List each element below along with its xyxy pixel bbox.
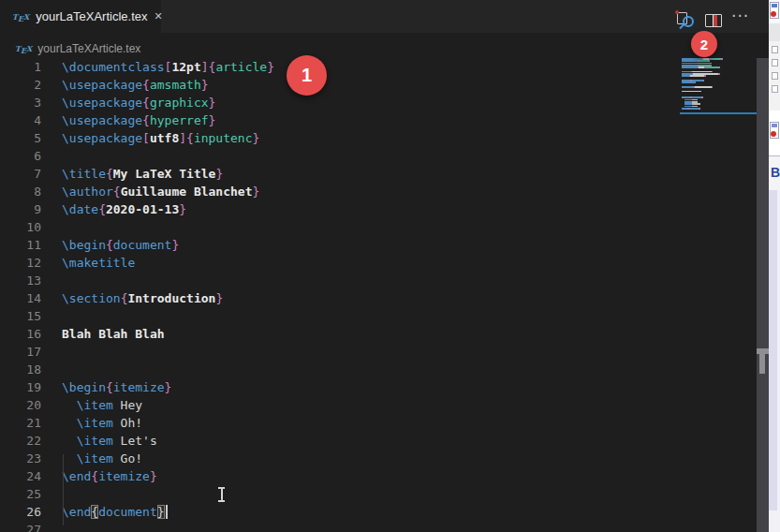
line-number[interactable]: 26 <box>0 503 41 521</box>
token-env: itemize <box>98 469 150 483</box>
minimap-line <box>682 86 713 88</box>
line-number[interactable]: 4 <box>0 111 41 129</box>
code-line-17[interactable]: 17 <box>0 343 680 361</box>
line-number[interactable]: 23 <box>0 450 41 467</box>
token-brace: } <box>253 185 260 199</box>
token-cmd: \title <box>62 167 106 181</box>
line-number[interactable]: 1 <box>0 58 41 76</box>
line-number[interactable]: 7 <box>0 165 41 183</box>
tool-stub-icon <box>772 72 778 80</box>
code-line-26[interactable]: 26\end{document} <box>0 503 680 521</box>
code-editor[interactable]: 1\documentclass[12pt]{article}2\usepacka… <box>0 58 680 532</box>
close-tab-icon[interactable]: ✕ <box>155 11 163 22</box>
line-number[interactable]: 27 <box>0 521 41 532</box>
token-cmd: \end <box>62 505 91 519</box>
code-line-23[interactable]: 23 \item Go! <box>0 450 680 467</box>
tex-file-icon: TEX <box>12 13 29 21</box>
code-line-24[interactable]: 24\end{itemize} <box>0 467 680 485</box>
line-number[interactable]: 18 <box>0 361 41 378</box>
line-number[interactable]: 21 <box>0 414 41 432</box>
code-line-21[interactable]: 21 \item Oh! <box>0 414 680 432</box>
line-number[interactable]: 17 <box>0 343 41 361</box>
code-line-27[interactable]: 27 <box>0 521 680 532</box>
code-line-14[interactable]: 14\section{Introduction} <box>0 289 680 307</box>
token-brace: } <box>253 131 260 145</box>
line-number[interactable]: 8 <box>0 183 41 200</box>
token-ws <box>62 434 77 448</box>
line-number[interactable]: 22 <box>0 432 41 450</box>
token-cmd: \item <box>77 398 113 412</box>
code-line-19[interactable]: 19\begin{itemize} <box>0 378 680 396</box>
code-text: Blah Blah Blah <box>62 325 165 343</box>
line-number[interactable]: 15 <box>0 307 41 325</box>
background-window-sliver[interactable]: B <box>769 0 780 532</box>
token-brace: { <box>106 167 113 181</box>
token-brace: } <box>209 113 216 127</box>
code-line-12[interactable]: 12\maketitle <box>0 254 680 272</box>
token-ws <box>62 451 77 466</box>
line-number[interactable]: 11 <box>0 236 41 254</box>
line-number[interactable]: 13 <box>0 272 41 289</box>
code-line-11[interactable]: 11\begin{document} <box>0 236 680 254</box>
token-brace: } <box>215 291 223 305</box>
token-txt: Let's <box>113 434 157 448</box>
token-cmd: \item <box>77 451 113 466</box>
code-line-3[interactable]: 3\usepackage{graphicx} <box>0 94 680 111</box>
line-number[interactable]: 9 <box>0 200 41 218</box>
tab-label: yourLaTeXArticle.tex <box>36 9 147 23</box>
tab-yourlatexarticle[interactable]: TEX yourLaTeXArticle.tex ✕ <box>0 0 161 33</box>
code-line-18[interactable]: 18 <box>0 361 680 378</box>
token-bold: 12pt <box>171 60 200 74</box>
line-number[interactable]: 16 <box>0 325 41 343</box>
code-line-13[interactable]: 13 <box>0 272 680 289</box>
token-brace: { <box>91 469 98 483</box>
code-line-9[interactable]: 9\date{2020-01-13} <box>0 200 680 218</box>
token-ws <box>62 398 77 412</box>
minimap-line <box>682 91 701 93</box>
code-line-10[interactable]: 10 <box>0 218 680 236</box>
mouse-text-cursor <box>217 487 226 502</box>
scrollbar-track[interactable] <box>757 58 769 532</box>
token-brace: { <box>98 202 106 216</box>
breadcrumb[interactable]: TEX yourLaTeXArticle.tex <box>15 40 140 57</box>
token-env: document <box>113 238 172 252</box>
line-number[interactable]: 24 <box>0 467 41 485</box>
token-brace: } <box>267 60 274 74</box>
code-line-4[interactable]: 4\usepackage{hyperref} <box>0 111 680 129</box>
token-pkg: inputenc <box>194 131 253 145</box>
code-line-6[interactable]: 6 <box>0 147 680 165</box>
code-line-1[interactable]: 1\documentclass[12pt]{article} <box>0 58 680 76</box>
code-line-2[interactable]: 2\usepackage{amsmath} <box>0 76 680 94</box>
token-cmd: \usepackage <box>62 131 142 145</box>
code-line-5[interactable]: 5\usepackage[utf8]{inputenc} <box>0 129 680 147</box>
code-line-22[interactable]: 22 \item Let's <box>0 432 680 450</box>
split-editor-icon[interactable] <box>705 14 722 27</box>
more-actions-icon[interactable]: ··· <box>731 7 749 25</box>
code-line-7[interactable]: 7\title{My LaTeX Title} <box>0 165 680 183</box>
code-line-25[interactable]: 25 <box>0 485 680 503</box>
line-number[interactable]: 10 <box>0 218 41 236</box>
line-number[interactable]: 3 <box>0 94 41 111</box>
token-brace: } <box>201 78 209 92</box>
line-number[interactable]: 6 <box>0 147 41 165</box>
line-number[interactable]: 25 <box>0 485 41 503</box>
code-line-8[interactable]: 8\author{Guillaume Blanchet} <box>0 183 680 200</box>
line-number[interactable]: 5 <box>0 129 41 147</box>
token-brace: ] <box>179 131 186 145</box>
code-line-15[interactable]: 15 <box>0 307 680 325</box>
line-number[interactable]: 20 <box>0 396 41 414</box>
code-line-16[interactable]: 16Blah Blah Blah <box>0 325 680 343</box>
code-line-20[interactable]: 20 \item Hey <box>0 396 680 414</box>
pdf-app-icon <box>770 2 779 19</box>
line-number[interactable]: 14 <box>0 289 41 307</box>
line-number[interactable]: 2 <box>0 76 41 94</box>
minimap-line <box>682 75 706 77</box>
line-number[interactable]: 12 <box>0 254 41 272</box>
token-cmd: \documentclass <box>62 60 165 74</box>
code-text: \end{itemize} <box>62 467 157 485</box>
magnifier-lens-icon <box>683 16 694 27</box>
minimap[interactable] <box>680 58 757 489</box>
search-preview-icon[interactable] <box>677 12 696 31</box>
token-pkg: graphicx <box>150 96 209 110</box>
line-number[interactable]: 19 <box>0 378 41 396</box>
